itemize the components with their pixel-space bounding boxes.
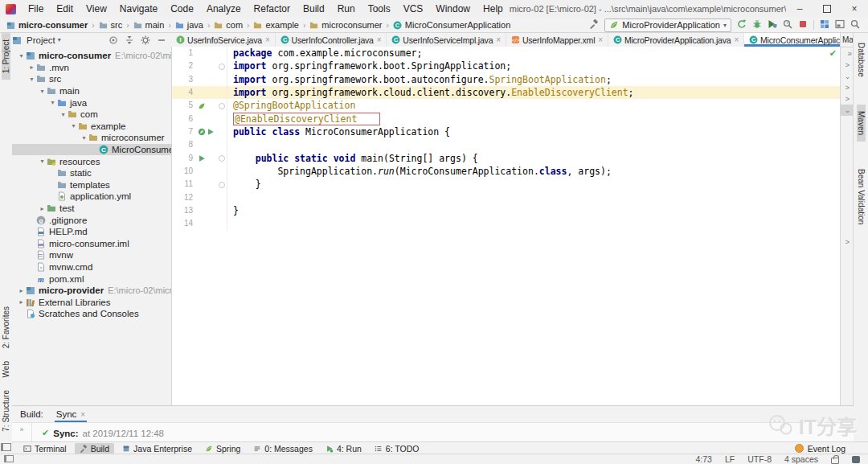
tool-window-button-6-todo[interactable]: 6: TODO [370,443,424,454]
breadcrumb-item-microconsumerapplication[interactable]: CMicroConsumerApplication [391,20,512,30]
line-number[interactable]: 6 [172,113,195,125]
line-number[interactable]: 9 [172,152,195,165]
line-number[interactable]: 7 [172,125,195,138]
tab-microproviderapplication-java[interactable]: CMicroProviderApplication.java× [608,33,744,47]
tree-item-src[interactable]: ▾src [12,73,171,85]
breadcrumb-item-example[interactable]: example [252,20,301,30]
debug-icon[interactable] [752,19,762,31]
menu-navigate[interactable]: Navigate [113,3,164,14]
tree-toggle-icon[interactable]: ▸ [27,64,36,71]
tree-item-external-libraries[interactable]: ▸External Libraries [12,296,171,308]
tool-button-maven[interactable]: Maven [857,105,866,142]
fold-marker-icon[interactable] [219,155,225,162]
menu-view[interactable]: View [80,3,113,14]
tree-item-microconsumer[interactable]: ▾microconsumer [12,132,171,144]
fold-marker-icon[interactable] [219,103,225,109]
tree-item-micro-provider[interactable]: ▸micro-providerE:\micro-02\micro-provi [12,285,171,297]
breadcrumb-item-main[interactable]: main [132,20,166,30]
tree-toggle-icon[interactable]: ▾ [80,134,88,142]
hide-panel-icon[interactable] [157,35,166,45]
tree-toggle-icon[interactable]: ▾ [27,76,36,83]
tree-toggle-icon[interactable]: ▾ [17,52,26,60]
hammer-icon[interactable] [589,19,599,31]
tree-toggle-icon[interactable]: ▸ [17,287,26,294]
tab-userinfomapper-xml[interactable]: </>UserInfoMapper.xml× [506,33,608,47]
tree-item-microconsumerapplication[interactable]: CMicroConsumerApplication [12,144,171,156]
tool-window-button-terminal[interactable]: Terminal [18,443,72,454]
tool-window-button-build[interactable]: Build [75,443,114,454]
write-access-lock-icon[interactable] [831,458,839,464]
gear-icon[interactable] [141,35,150,45]
tree-item-mvn[interactable]: ▸.mvn [12,62,171,74]
tool-button-1-project[interactable]: 1: Project [2,33,10,80]
menu-refactor[interactable]: Refactor [248,3,297,14]
menu-analyze[interactable]: Analyze [200,3,248,14]
maximize-button[interactable] [813,0,841,18]
tree-item-java[interactable]: ▾java [12,96,171,109]
line-number[interactable]: 11 [172,178,195,191]
menu-vcs[interactable]: VCS [397,3,430,14]
fold-marker-icon[interactable] [219,64,225,70]
project-panel-title[interactable]: Project [27,35,55,45]
tree-item-help-md[interactable]: HELP.md [12,226,171,238]
menu-edit[interactable]: Edit [50,3,80,14]
tree-item-mvnw-cmd[interactable]: »mvnw.cmd [12,261,171,273]
tree-toggle-icon[interactable]: ▸ [38,205,47,212]
tree-toggle-icon[interactable]: ▾ [69,122,78,129]
tab-userinfoservice-java[interactable]: IUserInfoService.java× [171,33,276,47]
coverage-icon[interactable] [768,19,777,31]
tree-item-com[interactable]: ▾com [12,109,171,121]
profiler-icon[interactable] [783,19,792,31]
tree-item-pom-xml[interactable]: mpom.xml [12,273,171,285]
line-number[interactable]: 2 [172,60,195,72]
tool-window-switcher-icon[interactable] [1,443,11,451]
locate-file-icon[interactable] [108,35,118,45]
tab-userinfocontroller-java[interactable]: CUserInfoController.java× [276,33,387,47]
tree-item-templates[interactable]: templates [12,179,171,191]
code-editor[interactable]: 1package com.example.microconsumer;2impo… [171,47,841,406]
tree-toggle-icon[interactable]: ▾ [38,158,47,165]
inspection-status-icon[interactable]: ✔ [829,48,837,59]
line-number[interactable]: 1 [172,47,195,60]
tool-button-database[interactable]: Database [857,36,866,84]
tree-item-main[interactable]: ▾main [12,85,171,97]
tool-button-web[interactable]: Web [2,355,10,384]
run-icon[interactable] [207,128,215,136]
close-icon[interactable]: × [598,35,603,44]
tool-button-7-structure[interactable]: 7: Structure [2,384,10,438]
line-number[interactable]: 12 [172,191,195,204]
tool-button-bean-validation[interactable]: Bean Validation [857,162,866,231]
tree-item-gitignore[interactable]: g.gitignore [12,214,171,226]
line-number[interactable]: 8 [172,138,195,151]
tree-item-test[interactable]: ▸test [12,203,171,215]
menu-run[interactable]: Run [331,3,362,14]
collapse-all-icon[interactable] [125,35,134,45]
line-number[interactable]: 14 [172,217,195,230]
tool-window-button-java-enterprise[interactable]: Java Enterprise [117,443,197,454]
tree-toggle-icon[interactable]: ▸ [17,298,26,306]
event-log-button[interactable]: Event Log [795,444,868,454]
restore-layout-icon[interactable] [835,19,845,31]
menu-build[interactable]: Build [297,3,331,14]
tree-item-mvnw[interactable]: mvnw [12,249,171,261]
tool-window-button-0-messages[interactable]: 0: Messages [248,443,317,454]
line-number[interactable]: 5 [172,99,195,112]
tool-window-toggle-icon[interactable] [4,455,14,462]
build-tab-sync[interactable]: Sync × [55,406,87,422]
menu-help[interactable]: Help [477,3,510,14]
close-icon[interactable]: × [734,35,739,44]
tab-microconsumerapplication-jav[interactable]: CMicroConsumerApplication.jav× [744,33,840,47]
line-number[interactable]: 13 [172,204,195,217]
tree-item-scratches-and-consoles[interactable]: Scratches and Consoles [12,308,171,320]
tree-item-static[interactable]: static [12,167,171,179]
tool-window-button-4-run[interactable]: 4: Run [321,443,366,454]
tool-window-button-spring[interactable]: Spring [200,443,245,454]
tree-item-example[interactable]: ▾example [12,121,171,133]
breadcrumb-item-src[interactable]: src [97,20,125,30]
tree-item-resources[interactable]: ▾resources [12,155,171,167]
close-icon[interactable]: × [496,35,501,44]
file-encoding[interactable]: UTF-8 [747,454,772,464]
menu-code[interactable]: Code [164,3,200,14]
tree-toggle-icon[interactable]: ▾ [38,88,47,95]
grid-icon[interactable] [820,19,829,31]
